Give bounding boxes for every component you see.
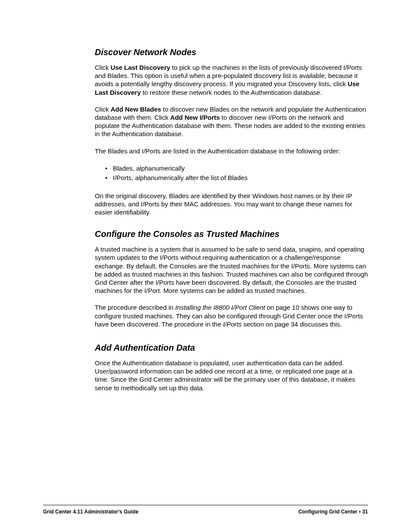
text: to restore these network nodes to the Au…: [141, 89, 322, 96]
text-bold: Use Last Discovery: [111, 64, 170, 71]
text: The procedure described in: [95, 304, 175, 311]
paragraph: Once the Authentication database is popu…: [95, 359, 368, 392]
text-bold: Add New I/Ports: [170, 114, 220, 121]
paragraph: On the original discovery, Blades are id…: [95, 192, 368, 217]
text-bold: Add New Blades: [111, 106, 162, 113]
text: Click: [95, 64, 111, 71]
heading-add-authentication-data: Add Authentication Data: [95, 343, 368, 353]
heading-discover-network-nodes: Discover Network Nodes: [95, 47, 368, 57]
heading-configure-consoles: Configure the Consoles as Trusted Machin…: [95, 229, 368, 239]
footer-right: Configuring Grid Center • 31: [298, 509, 368, 515]
text: Click: [95, 106, 111, 113]
paragraph: A trusted machine is a system that is as…: [95, 245, 368, 295]
bullet-list: Blades, alphanumerically I/Ports, alphan…: [95, 164, 368, 183]
list-item: I/Ports, alphanumerically after the list…: [105, 173, 368, 183]
paragraph: Click Add New Blades to discover new Bla…: [95, 105, 368, 138]
text-italic: I/Ports: [223, 320, 241, 328]
paragraph: The procedure described in Installing th…: [95, 303, 368, 328]
list-item: Blades, alphanumerically: [105, 164, 368, 174]
text: section on page 34 discusses this.: [242, 320, 342, 328]
document-page: Discover Network Nodes Click Use Last Di…: [0, 0, 411, 532]
paragraph: Click Use Last Discovery to pick up the …: [95, 63, 368, 96]
paragraph: The Blades and I/Ports are listed in the…: [95, 147, 368, 155]
text-italic: Installing the I8800 I/Port Client: [175, 304, 265, 311]
footer-left: Grid Center 4.11 Administrator's Guide: [43, 509, 138, 515]
page-footer: Grid Center 4.11 Administrator's Guide C…: [43, 505, 368, 515]
